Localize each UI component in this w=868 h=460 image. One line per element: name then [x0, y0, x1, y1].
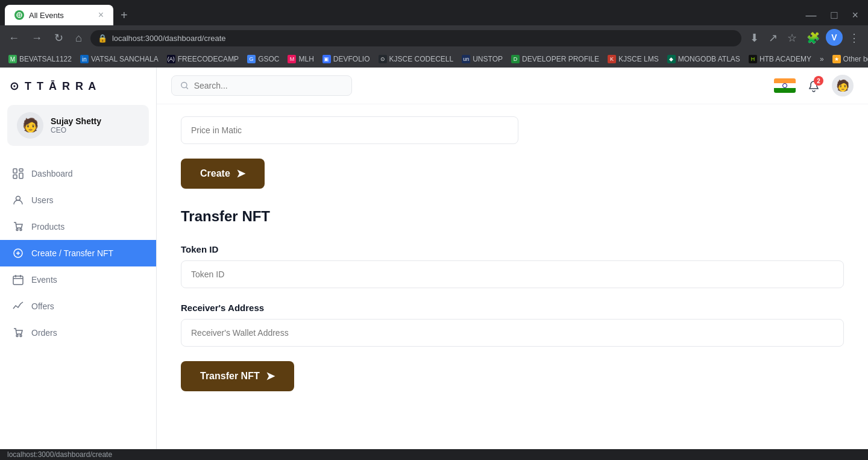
create-button[interactable]: Create ➤: [181, 159, 265, 189]
bookmark-favicon-vatsal: in: [80, 55, 89, 63]
orders-icon: [12, 327, 24, 339]
download-button[interactable]: ⬇: [746, 29, 763, 47]
svg-rect-3: [13, 169, 17, 173]
search-input[interactable]: [194, 81, 343, 90]
flag-white-stripe: [774, 83, 796, 88]
extensions-button[interactable]: 🧩: [803, 29, 823, 47]
sidebar-item-label-dashboard: Dashboard: [31, 169, 73, 178]
token-id-input[interactable]: [181, 260, 844, 288]
user-card: 🧑 Sujay Shetty CEO: [7, 105, 149, 146]
bookmark-freecodecamp[interactable]: (A) FREECODECAMP: [163, 53, 242, 65]
address-bar[interactable]: 🔒 localhost:3000/dashboard/create: [90, 30, 741, 46]
receiver-address-field-group: Receiver's Address: [181, 303, 844, 347]
svg-point-12: [16, 335, 18, 337]
bookmark-button[interactable]: ☆: [784, 29, 800, 47]
offers-icon: [12, 300, 24, 312]
logo-icon: ⊙: [10, 80, 20, 93]
svg-point-14: [181, 83, 187, 88]
tab-favicon: [14, 10, 24, 20]
bookmark-favicon-fcc: (A): [167, 55, 175, 63]
bookmark-favicon-kjsce: ⊙: [379, 55, 387, 63]
maximize-button[interactable]: □: [826, 7, 843, 24]
sidebar-item-dashboard[interactable]: Dashboard: [0, 160, 156, 187]
notification-button[interactable]: 2: [803, 75, 825, 96]
sidebar-item-label-orders: Orders: [31, 328, 57, 338]
bookmark-favicon-mlh: M: [288, 55, 296, 63]
bookmark-unstop[interactable]: un UNSTOP: [458, 53, 506, 65]
logo-text: T T Ā R R A: [25, 80, 97, 93]
bookmark-favicon-unstop: un: [462, 55, 470, 63]
reload-button[interactable]: ↻: [51, 29, 67, 47]
transfer-nft-title: Transfer NFT: [181, 208, 844, 225]
bookmark-devfolio[interactable]: ▣ DEVFOLIO: [319, 53, 374, 65]
notification-badge: 2: [814, 76, 823, 86]
new-tab-button[interactable]: +: [116, 6, 133, 25]
bookmark-favicon-mongodb: ◆: [667, 55, 676, 63]
transfer-arrow-icon: ➤: [266, 370, 275, 383]
forward-button[interactable]: →: [28, 30, 46, 47]
receiver-address-input[interactable]: [181, 319, 844, 347]
bookmark-vatsal[interactable]: in VATSAL SANCHALA: [77, 53, 162, 65]
sidebar-item-users[interactable]: Users: [0, 187, 156, 213]
home-button[interactable]: ⌂: [72, 30, 86, 47]
bookmark-mongodb[interactable]: ◆ MONGODB ATLAS: [664, 53, 744, 65]
bookmark-devprofile[interactable]: D DEVELOPER PROFILE: [508, 53, 603, 65]
user-info: Sujay Shetty CEO: [51, 116, 101, 134]
bookmarks-bar: M BEVATSAL1122 in VATSAL SANCHALA (A) FR…: [0, 51, 868, 68]
india-flag: [774, 78, 796, 93]
sidebar-item-label-users: Users: [31, 195, 54, 205]
nav-bar: ← → ↻ ⌂ 🔒 localhost:3000/dashboard/creat…: [0, 25, 868, 51]
dashboard-icon: [12, 168, 24, 180]
status-bar: localhost:3000/dashboard/create: [0, 449, 868, 460]
status-url: localhost:3000/dashboard/create: [7, 450, 112, 459]
page-content: Create ➤ Transfer NFT Token ID Receiver'…: [157, 104, 868, 449]
sidebar-item-offers[interactable]: Offers: [0, 293, 156, 320]
bookmark-other[interactable]: ★ Other bookmarks: [829, 53, 868, 65]
menu-button[interactable]: ⋮: [845, 29, 863, 47]
url-display: localhost:3000/dashboard/create: [112, 34, 226, 43]
bookmark-bevatsal[interactable]: M BEVATSAL1122: [5, 53, 75, 65]
sidebar-item-label-events: Events: [31, 275, 57, 285]
tab-close-button[interactable]: ×: [98, 10, 104, 20]
sidebar-item-orders[interactable]: Orders: [0, 320, 156, 346]
active-tab[interactable]: All Events ×: [5, 5, 113, 25]
user-avatar-top[interactable]: 🧑: [832, 75, 854, 96]
transfer-nft-button[interactable]: Transfer NFT ➤: [181, 361, 294, 391]
bookmark-kjscelms[interactable]: K KJSCE LMS: [604, 53, 662, 65]
create-transfer-icon: [12, 247, 24, 259]
svg-rect-11: [13, 276, 23, 285]
back-button[interactable]: ←: [5, 30, 23, 47]
events-icon: [12, 274, 24, 286]
svg-rect-4: [19, 169, 23, 171]
bookmark-kjsce[interactable]: ⊙ KJSCE CODECELL: [375, 53, 458, 65]
sidebar-item-events[interactable]: Events: [0, 266, 156, 293]
bookmark-htb[interactable]: H HTB ACADEMY: [745, 53, 815, 65]
products-icon: [12, 221, 24, 233]
top-bar: 2 🧑: [157, 68, 868, 104]
app-container: ⊙ T T Ā R R A 🧑 Sujay Shetty CEO Dashboa…: [0, 68, 868, 449]
bookmark-more[interactable]: »: [816, 53, 828, 65]
profile-button[interactable]: V: [826, 29, 843, 46]
bookmark-gsoc[interactable]: G GSOC: [244, 53, 283, 65]
close-button[interactable]: ×: [847, 7, 863, 24]
bookmark-favicon-other: ★: [832, 55, 841, 63]
create-button-label: Create: [200, 168, 230, 179]
sidebar-item-products[interactable]: Products: [0, 213, 156, 240]
price-in-matic-input[interactable]: [181, 116, 518, 144]
sidebar-item-create-transfer[interactable]: Create / Transfer NFT: [0, 240, 156, 266]
create-arrow-icon: ➤: [236, 167, 245, 180]
receiver-address-label: Receiver's Address: [181, 303, 844, 313]
svg-point-13: [20, 335, 22, 337]
svg-point-8: [16, 229, 18, 231]
svg-rect-6: [19, 173, 23, 178]
search-box[interactable]: [171, 75, 352, 96]
bookmark-favicon-bevatsal: M: [8, 55, 17, 63]
bookmark-favicon-devfolio: ▣: [322, 55, 331, 63]
user-name: Sujay Shetty: [51, 116, 101, 126]
share-button[interactable]: ↗: [765, 29, 781, 47]
bookmark-mlh[interactable]: M MLH: [284, 53, 317, 65]
minimize-button[interactable]: —: [801, 7, 822, 24]
avatar: 🧑: [17, 112, 43, 139]
tab-bar: All Events × + — □ ×: [0, 0, 868, 25]
price-field-wrapper: [181, 104, 844, 144]
